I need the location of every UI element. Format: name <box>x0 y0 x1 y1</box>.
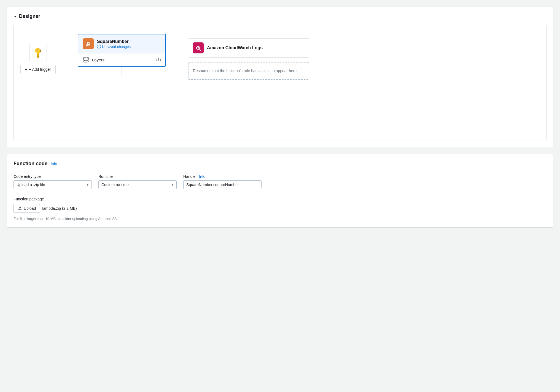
svg-point-0 <box>83 61 89 62</box>
right-col: Amazon CloudWatch Logs Resources that th… <box>188 38 309 80</box>
svg-point-4 <box>198 47 199 49</box>
designer-canvas: 🔑 + + Add trigger <box>14 25 546 140</box>
function-code-panel: Function code Info Code entry type Uploa… <box>7 154 553 228</box>
form-grid: Code entry type Upload a .zip file Edit … <box>14 174 262 189</box>
function-code-heading: Function code <box>14 161 47 167</box>
layers-label: Layers <box>92 58 104 62</box>
lambda-col: SquareNumber i Unsaved changes <box>78 34 166 75</box>
lambda-card-info: SquareNumber i Unsaved changes <box>97 39 131 49</box>
runtime-select-wrapper: Custom runtime Node.js 12.x Python 3.8 J… <box>98 180 177 189</box>
function-package-section: Function package Upload lambda.zip (2.2 … <box>14 197 546 221</box>
designer-heading: Designer <box>19 13 40 19</box>
add-trigger-label: + Add trigger <box>29 67 51 72</box>
file-name: lambda.zip (2.2 MB) <box>42 206 77 211</box>
runtime-label: Runtime <box>98 174 177 179</box>
upload-hint-text: For files larger than 10 MB, consider up… <box>14 217 546 221</box>
cloudwatch-label: Amazon CloudWatch Logs <box>207 45 263 50</box>
unsaved-changes-text: Unsaved changes <box>102 45 131 49</box>
resources-text: Resources that the function's role has a… <box>193 69 297 73</box>
upload-row: Upload lambda.zip (2.2 MB) <box>14 204 546 213</box>
cloudwatch-icon <box>193 42 204 53</box>
function-package-label: Function package <box>14 197 546 201</box>
code-entry-type-group: Code entry type Upload a .zip file Edit … <box>14 174 92 189</box>
vertical-connector <box>122 67 122 75</box>
info-circle-icon: i <box>97 45 101 48</box>
lambda-function-name: SquareNumber <box>97 39 131 44</box>
designer-panel: ▼ Designer 🔑 + + Add trigger <box>7 7 553 147</box>
collapse-icon[interactable]: ▼ <box>14 15 17 18</box>
add-trigger-button[interactable]: + + Add trigger <box>20 65 56 74</box>
layers-count: (1) <box>156 58 161 62</box>
function-code-title: Function code Info <box>14 161 546 167</box>
key-icon-box: 🔑 <box>29 44 47 61</box>
handler-info-link[interactable]: Info <box>199 174 205 179</box>
handler-input[interactable] <box>183 180 262 189</box>
layers-left: Layers <box>83 57 104 63</box>
upload-button[interactable]: Upload <box>14 204 40 213</box>
lambda-svg <box>84 40 92 48</box>
key-icon: 🔑 <box>31 46 45 59</box>
svg-point-2 <box>83 57 89 59</box>
lambda-icon <box>83 38 94 49</box>
code-entry-type-select[interactable]: Upload a .zip file Edit code inline Uplo… <box>14 180 92 189</box>
upload-icon <box>18 206 22 211</box>
cloudwatch-card[interactable]: Amazon CloudWatch Logs <box>188 38 309 58</box>
cloudwatch-svg <box>195 44 202 51</box>
trigger-col: 🔑 + + Add trigger <box>20 38 56 74</box>
handler-group: Handler Info <box>183 174 262 189</box>
add-trigger-plus: + <box>25 67 27 72</box>
code-entry-type-select-wrapper: Upload a .zip file Edit code inline Uplo… <box>14 180 92 189</box>
svg-point-1 <box>83 59 89 61</box>
lambda-card[interactable]: SquareNumber i Unsaved changes <box>78 34 166 67</box>
svg-line-5 <box>199 49 201 50</box>
svg-rect-6 <box>18 209 21 210</box>
handler-label-row: Handler Info <box>183 174 262 179</box>
handler-label: Handler <box>183 174 197 179</box>
layers-svg <box>83 57 89 62</box>
runtime-group: Runtime Custom runtime Node.js 12.x Pyth… <box>98 174 177 189</box>
designer-title: ▼ Designer <box>14 13 546 19</box>
layers-icon <box>83 57 89 63</box>
runtime-select[interactable]: Custom runtime Node.js 12.x Python 3.8 J… <box>98 180 177 189</box>
unsaved-changes-badge: i Unsaved changes <box>97 45 131 49</box>
function-code-info-link[interactable]: Info <box>51 162 57 166</box>
upload-btn-label: Upload <box>24 206 36 211</box>
lambda-card-header: SquareNumber i Unsaved changes <box>78 34 165 53</box>
layers-row[interactable]: Layers (1) <box>78 53 165 66</box>
code-entry-type-label: Code entry type <box>14 174 92 179</box>
resources-box: Resources that the function's role has a… <box>188 62 309 80</box>
